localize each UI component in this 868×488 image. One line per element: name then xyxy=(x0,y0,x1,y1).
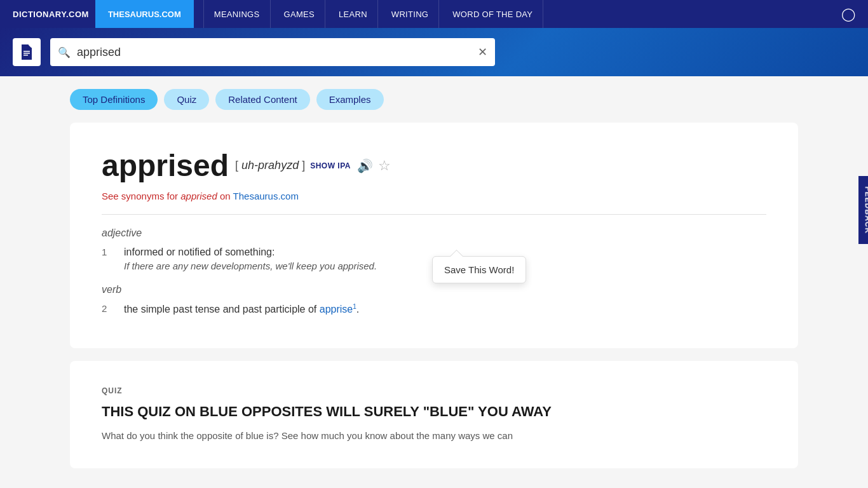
synonyms-link[interactable]: See synonyms for apprised on Thesaurus.c… xyxy=(102,191,766,201)
top-nav: DICTIONARY.COM THESAURUS.COM MEANINGS GA… xyxy=(0,0,868,28)
quiz-label: QUIZ xyxy=(102,386,766,395)
definition-card: Save This Word! apprised [ uh-prahyzd ] … xyxy=(70,123,798,348)
thesaurus-link[interactable]: THESAURUS.COM xyxy=(95,0,194,28)
nav-games[interactable]: GAMES xyxy=(274,0,325,28)
nav-word-of-the-day[interactable]: WORD OF THE DAY xyxy=(442,0,543,28)
tab-related-content[interactable]: Related Content xyxy=(215,89,309,110)
word-title: apprised xyxy=(102,148,229,183)
svg-rect-0 xyxy=(24,51,30,52)
nav-writing[interactable]: WRITING xyxy=(381,0,439,28)
save-tooltip-text: Save This Word! xyxy=(444,264,514,275)
dict-logo-icon xyxy=(13,38,41,66)
svg-rect-2 xyxy=(24,55,28,56)
user-icon[interactable]: ◯ xyxy=(841,6,855,22)
quiz-card: QUIZ THIS QUIZ ON BLUE OPPOSITES WILL SU… xyxy=(70,361,798,468)
nav-learn[interactable]: LEARN xyxy=(329,0,378,28)
definition-item-2: 2 the simple past tense and past partici… xyxy=(102,303,766,315)
pron-text: uh-prahyzd xyxy=(241,159,299,172)
pron-close: ] xyxy=(299,159,305,172)
show-ipa-button[interactable]: SHOW IPA xyxy=(310,161,351,170)
verb-section: verb 2 the simple past tense and past pa… xyxy=(102,284,766,315)
clear-search-icon[interactable]: ✕ xyxy=(478,45,487,59)
search-input[interactable] xyxy=(77,46,478,59)
divider xyxy=(102,214,766,215)
def-text-2: the simple past tense and past participl… xyxy=(124,304,316,315)
def-example-1: If there are any new developments, we'll… xyxy=(124,261,377,271)
nav-meanings[interactable]: MEANINGS xyxy=(203,0,271,28)
pron-open: [ xyxy=(235,159,241,172)
tab-top-definitions[interactable]: Top Definitions xyxy=(70,89,158,110)
audio-icon[interactable]: 🔊 xyxy=(357,158,373,173)
def-number-2: 2 xyxy=(102,303,111,315)
synonyms-word: apprised xyxy=(180,191,217,201)
tab-examples[interactable]: Examples xyxy=(316,89,384,110)
synonyms-suffix-text: on xyxy=(220,191,233,201)
def-content-1: informed or notified of something: If th… xyxy=(124,247,377,271)
thesaurus-link-text: Thesaurus.com xyxy=(233,191,299,201)
dictionary-logo[interactable]: DICTIONARY.COM xyxy=(13,10,89,19)
feedback-tab[interactable]: FEEDBACK xyxy=(858,176,868,244)
def-text-1: informed or notified of something: xyxy=(124,247,377,258)
tab-quiz[interactable]: Quiz xyxy=(164,89,209,110)
search-input-wrapper: 🔍 ✕ xyxy=(50,38,495,66)
quiz-description: What do you think the opposite of blue i… xyxy=(102,429,766,444)
synonyms-prefix: See synonyms for xyxy=(102,191,178,201)
save-tooltip: Save This Word! xyxy=(432,256,526,283)
nav-links: MEANINGS GAMES LEARN WRITING WORD OF THE… xyxy=(203,0,841,28)
word-header: apprised [ uh-prahyzd ] SHOW IPA 🔊 ☆ xyxy=(102,148,766,183)
tabs-area: Top Definitions Quiz Related Content Exa… xyxy=(0,76,868,123)
pos-adjective: adjective xyxy=(102,227,766,239)
quiz-title[interactable]: THIS QUIZ ON BLUE OPPOSITES WILL SURELY … xyxy=(102,403,766,421)
search-bar-area: 🔍 ✕ xyxy=(0,28,868,76)
def2-period: . xyxy=(356,304,359,315)
pos-verb: verb xyxy=(102,284,766,295)
apprise-link-text: apprise xyxy=(320,304,353,315)
apprise-link[interactable]: apprise1 xyxy=(320,304,356,315)
pronunciation: [ uh-prahyzd ] xyxy=(235,159,305,172)
def-content-2: the simple past tense and past participl… xyxy=(124,303,359,315)
def-number-1: 1 xyxy=(102,247,111,271)
bookmark-star-icon[interactable]: ☆ xyxy=(378,158,391,174)
main-content: Save This Word! apprised [ uh-prahyzd ] … xyxy=(0,123,868,468)
search-icon: 🔍 xyxy=(58,46,71,58)
svg-rect-1 xyxy=(24,53,30,54)
